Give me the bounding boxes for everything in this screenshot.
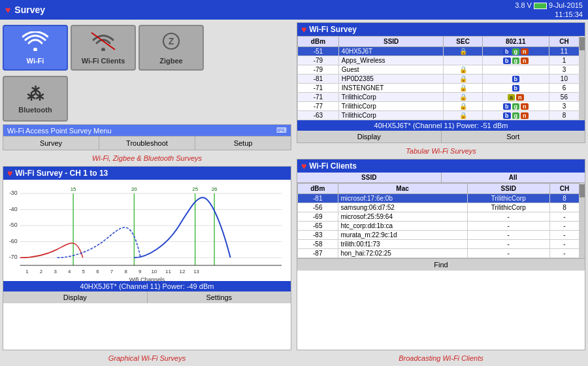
cell-dbm: -51 (298, 47, 339, 56)
svg-text:Z: Z (169, 36, 174, 46)
client-cell-dbm: -69 (298, 212, 338, 222)
bluetooth-button[interactable]: ⁂ Bluetooth (3, 76, 68, 122)
clients-col-dbm: dBm (298, 184, 338, 194)
survey-scroll-thumb (580, 37, 585, 50)
svg-text:25: 25 (192, 186, 198, 192)
clients-table-row[interactable]: -87 hon_hai:72:02:25 - - (298, 249, 580, 258)
ap-survey-desc: Wi-Fi, Zigbee & Bluetooth Surveys (3, 153, 291, 163)
client-cell-mac: trilith:00:f1:73 (338, 240, 467, 249)
cell-ssid: Guest (338, 65, 444, 75)
client-cell-dbm: -58 (298, 240, 338, 249)
wifi-clients-title: ♥ Wi-Fi Clients (297, 159, 585, 173)
cell-ssid: 40HX5J6T (338, 47, 444, 56)
clients-table-row[interactable]: -56 samsung:06:d7:52 TrilithicCorp 8 (298, 203, 580, 212)
chart-settings-button[interactable]: Settings (148, 291, 291, 303)
cell-dbm: -71 (298, 93, 339, 102)
client-cell-ch: 8 (549, 203, 579, 212)
client-cell-ssid: - (467, 249, 549, 258)
client-cell-ssid: - (467, 222, 549, 231)
troubleshoot-button[interactable]: Troubleshoot (99, 137, 195, 150)
survey-table-row[interactable]: -51 40HX5J6T 🔒 bgn 11 (298, 47, 580, 56)
cell-ssid: TrilithicCorp (338, 93, 444, 102)
wifi-clients-section: ♥ Wi-Fi Clients SSID All dBm Mac SSID CH (297, 159, 585, 350)
clients-scrollbar[interactable] (580, 183, 585, 258)
wifi-survey-section: ♥ Wi-Fi Survey dBm SSID SEC 802.11 CH (297, 22, 585, 143)
svg-text:8: 8 (124, 269, 127, 274)
heart-icon: ♥ (5, 5, 10, 15)
wifi-button[interactable]: Wi-Fi (3, 25, 68, 71)
survey-table-container: dBm SSID SEC 802.11 CH -51 40HX5J6T 🔒 bg… (297, 36, 585, 120)
ap-menu-title-text: Wi-Fi Access Point Survey Menu (7, 127, 112, 135)
main-container: Wi-Fi Wi-Fi Clients Z (0, 20, 588, 366)
clients-table-row[interactable]: -83 murata_m:22:9c:1d - - (298, 231, 580, 240)
cell-ch: 10 (549, 75, 579, 84)
clients-table-row[interactable]: -69 microsof:25:59:64 - - (298, 212, 580, 222)
chart-title: ♥ Wi-Fi Survey - CH 1 to 13 (3, 167, 291, 180)
survey-table-row[interactable]: -63 TrilithicCorp 🔒 bgn 8 (298, 111, 580, 120)
svg-text:Wifi Channels: Wifi Channels (129, 276, 165, 281)
client-cell-ch: - (549, 212, 579, 222)
survey-bottom-buttons: Display Sort (297, 131, 585, 142)
cell-80211: b (482, 75, 549, 84)
cell-ch: 3 (549, 102, 579, 111)
client-cell-ch: - (549, 231, 579, 240)
clients-scroll-thumb (580, 184, 585, 197)
cell-dbm: -79 (298, 65, 339, 75)
chart-buttons: Display Settings (3, 291, 291, 303)
col-80211: 802.11 (482, 37, 549, 47)
client-cell-dbm: -81 (298, 194, 338, 203)
client-cell-dbm: -56 (298, 203, 338, 212)
client-cell-mac: microsof:17:6e:0b (338, 194, 467, 203)
client-cell-ch: - (549, 222, 579, 231)
cell-ch: 8 (549, 111, 579, 120)
client-cell-ssid: - (467, 212, 549, 222)
survey-table-row[interactable]: -77 TrilithicCorp 🔒 bgn 3 (298, 102, 580, 111)
clients-ssid-filter-label: SSID (297, 173, 442, 182)
wifi-clients-button[interactable]: Wi-Fi Clients (71, 25, 136, 71)
clients-table-container: dBm Mac SSID CH -81 microsof:17:6e:0b Tr… (297, 183, 585, 258)
clients-table-row[interactable]: -58 trilith:00:f1:73 - - (298, 240, 580, 249)
wifi-clients-btn-label: Wi-Fi Clients (82, 57, 125, 65)
survey-button[interactable]: Survey (3, 137, 99, 150)
chart-display-button[interactable]: Display (3, 291, 148, 303)
svg-text:9: 9 (139, 269, 141, 274)
date-label: 9-Jul-2015 (549, 1, 583, 9)
cell-80211: an (482, 93, 549, 102)
survey-display-button[interactable]: Display (297, 131, 442, 142)
svg-text:2: 2 (40, 269, 42, 274)
clients-col-ssid: SSID (467, 184, 549, 194)
svg-text:10: 10 (151, 269, 157, 274)
col-ssid: SSID (338, 37, 444, 47)
clients-filter-value[interactable]: All (442, 173, 585, 182)
clients-table-row[interactable]: -81 microsof:17:6e:0b TrilithicCorp 8 (298, 194, 580, 203)
svg-text:-60: -60 (9, 238, 18, 244)
header-title-group: ♥ Survey (5, 5, 45, 15)
client-cell-mac: microsof:25:59:64 (338, 212, 467, 222)
cell-ssid: INSTENGNET (338, 84, 444, 93)
wifi-clients-icon (90, 31, 116, 56)
cell-ssid: TrilithicCorp (338, 111, 444, 120)
client-cell-mac: htc_corp:dd:1b:ca (338, 222, 467, 231)
svg-text:20: 20 (131, 186, 137, 192)
cell-ch: 11 (549, 47, 579, 56)
zigbee-button[interactable]: Z Zigbee (139, 25, 204, 71)
clients-find-button[interactable]: Find (297, 259, 585, 271)
survey-scrollbar[interactable] (580, 36, 585, 120)
survey-table-row[interactable]: -71 INSTENGNET 🔒 b 6 (298, 84, 580, 93)
cell-80211: bgn (482, 56, 549, 65)
wifi-clients-title-text: Wi-Fi Clients (309, 161, 357, 171)
survey-sort-button[interactable]: Sort (442, 131, 585, 142)
chart-area: -30 -40 -50 -60 -70 15 (3, 180, 291, 281)
clients-table-row[interactable]: -65 htc_corp:dd:1b:ca - - (298, 222, 580, 231)
cell-sec (444, 56, 482, 65)
survey-table-row[interactable]: -81 HP0D2385 🔒 b 10 (298, 75, 580, 84)
ap-menu-buttons: Survey Troubleshoot Setup (3, 136, 291, 150)
setup-button[interactable]: Setup (195, 137, 291, 150)
svg-text:-40: -40 (9, 206, 18, 212)
svg-text:-30: -30 (9, 190, 18, 196)
svg-text:-50: -50 (9, 222, 18, 228)
survey-table-row[interactable]: -71 TrilithicCorp 🔒 an 56 (298, 93, 580, 102)
survey-table-row[interactable]: -79 Apps_Wireless bgn 1 (298, 56, 580, 65)
survey-table-row[interactable]: -79 Guest 🔒 3 (298, 65, 580, 75)
survey-table: dBm SSID SEC 802.11 CH -51 40HX5J6T 🔒 bg… (297, 36, 580, 120)
